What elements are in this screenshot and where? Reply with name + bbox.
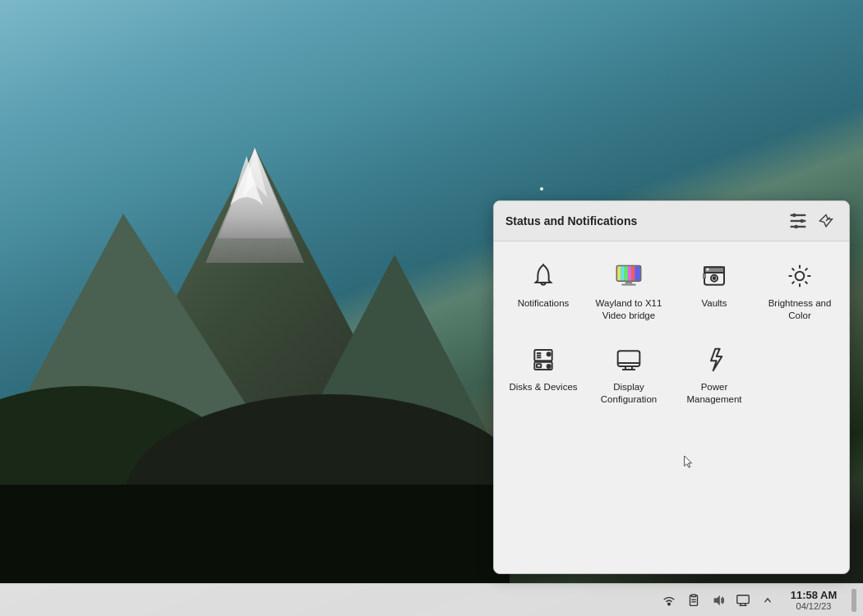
svg-rect-48 [537,364,541,367]
svg-point-12 [800,219,804,223]
disks-devices-icon [528,345,558,375]
system-tray: 11:58 AM 04/12/23 [658,589,856,612]
svg-rect-18 [617,266,621,280]
panel-item-display-config[interactable]: DisplayConfiguration [586,333,671,417]
svg-rect-22 [631,266,635,280]
disks-devices-label: Disks & Devices [509,381,577,393]
star [540,187,543,191]
clock-date: 04/12/23 [796,601,832,611]
svg-rect-50 [618,351,640,366]
svg-point-49 [547,365,551,368]
mountain-illustration [0,131,510,583]
display-config-label: DisplayConfiguration [601,381,657,406]
panel-controls [787,209,838,232]
panel-item-power-management[interactable]: PowerManagement [671,333,757,417]
svg-rect-19 [621,266,624,280]
monitor-icon[interactable] [731,589,755,612]
svg-line-40 [805,269,808,271]
svg-marker-61 [714,595,720,605]
power-management-label: PowerManagement [686,381,741,406]
taskbar: 11:58 AM 04/12/23 [0,583,863,616]
panel-title: Status and Notifications [505,214,637,228]
clock-time: 11:58 AM [791,589,838,601]
panel-settings-button[interactable] [787,209,810,232]
svg-rect-62 [737,595,749,603]
svg-point-13 [794,225,798,229]
svg-rect-21 [628,266,631,280]
panel-item-notifications[interactable]: Notifications [501,250,586,333]
svg-line-38 [792,269,795,271]
svg-point-56 [668,603,671,605]
panel-empty-space [494,425,849,573]
svg-rect-32 [704,274,706,278]
wayland-bridge-icon [614,261,644,291]
power-management-icon [699,345,729,375]
svg-rect-23 [635,266,639,280]
vaults-icon [699,261,729,291]
wayland-bridge-label: Wayland to X11Video bridge [596,297,662,322]
network-icon[interactable] [658,589,681,612]
status-notifications-panel: Status and Notifications [493,200,850,574]
svg-rect-20 [625,266,628,280]
panel-item-wayland-bridge[interactable]: Wayland to X11Video bridge [586,250,671,333]
svg-point-29 [713,277,716,279]
svg-rect-7 [0,485,510,583]
svg-point-11 [792,214,796,218]
svg-rect-25 [622,284,636,286]
svg-point-33 [796,272,805,281]
svg-rect-24 [625,281,633,283]
panel-item-brightness-color[interactable]: Brightness and Color [757,250,842,333]
brightness-color-label: Brightness and Color [764,297,836,322]
svg-line-41 [792,282,795,284]
panel-items-grid: Notifications Wayland to [494,241,849,425]
panel-header: Status and Notifications [494,201,849,241]
panel-item-vaults[interactable]: Vaults [671,250,757,333]
clipboard-icon[interactable] [682,589,705,612]
panel-pin-button[interactable] [815,209,838,232]
notifications-icon [528,261,558,291]
show-desktop-button[interactable] [851,589,856,612]
volume-icon[interactable] [707,589,730,612]
vaults-label: Vaults [701,297,727,310]
svg-point-47 [547,352,551,356]
display-config-icon [614,345,644,375]
svg-rect-58 [691,594,695,596]
clock-display[interactable]: 11:58 AM 04/12/23 [781,589,847,611]
svg-line-39 [805,282,808,284]
panel-item-disks-devices[interactable]: Disks & Devices [501,333,586,417]
notifications-label: Notifications [518,297,570,310]
tray-expand-button[interactable] [756,589,779,612]
brightness-color-icon [785,261,815,291]
